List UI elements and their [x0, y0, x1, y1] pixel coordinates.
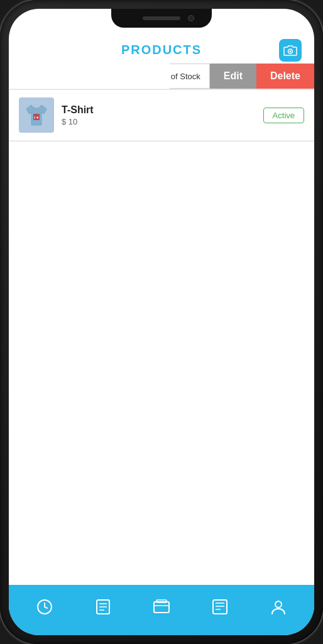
- speaker: [143, 16, 180, 20]
- front-camera: [188, 15, 194, 21]
- svg-rect-13: [213, 600, 227, 614]
- product-row-wrapper-1: Out of Stock Edit Delete v blue tshirt: [9, 64, 314, 89]
- header: PRODUCTS: [9, 36, 314, 64]
- phone-frame: PRODUCTS Out of Stock Edit Delete: [0, 0, 323, 644]
- clock-icon: [36, 599, 53, 615]
- phone-notch: [111, 9, 212, 28]
- tab-products[interactable]: [132, 599, 190, 615]
- product-row-wrapper-2: I ♥ T-Shirt $ 10 Active: [9, 90, 314, 141]
- product-row-1[interactable]: v blue tshirt: [9, 64, 170, 89]
- profile-icon: [270, 599, 287, 615]
- tab-profile[interactable]: [249, 599, 308, 615]
- product-row-2[interactable]: I ♥ T-Shirt $ 10 Active: [9, 90, 314, 140]
- camera-button[interactable]: [279, 39, 302, 62]
- tab-clock[interactable]: [15, 599, 74, 615]
- reports-icon: [212, 599, 228, 615]
- svg-point-17: [275, 601, 282, 608]
- product-price-2: $ 10: [62, 117, 256, 126]
- tshirt-image: I ♥: [20, 99, 53, 131]
- orders-icon: [96, 599, 111, 615]
- page-title: PRODUCTS: [121, 43, 202, 57]
- swipe-actions-1: Out of Stock Edit Delete: [146, 64, 314, 89]
- phone-screen: PRODUCTS Out of Stock Edit Delete: [9, 9, 314, 635]
- tab-bar: [9, 585, 314, 635]
- camera-icon: [283, 45, 297, 56]
- product-title-2: T-Shirt: [62, 104, 256, 116]
- delete-button[interactable]: Delete: [256, 64, 314, 89]
- product-info-2: T-Shirt $ 10: [62, 104, 256, 126]
- edit-button[interactable]: Edit: [210, 64, 256, 89]
- svg-rect-10: [154, 602, 169, 613]
- product-thumbnail-2: I ♥: [19, 97, 54, 133]
- svg-text:I ♥: I ♥: [35, 116, 39, 119]
- active-badge-2[interactable]: Active: [263, 108, 304, 123]
- tab-orders[interactable]: [74, 599, 132, 615]
- products-icon: [153, 599, 170, 615]
- divider-bottom: [9, 141, 314, 142]
- product-list: Out of Stock Edit Delete v blue tshirt: [9, 64, 314, 585]
- svg-point-1: [290, 50, 292, 52]
- tab-reports[interactable]: [191, 599, 249, 615]
